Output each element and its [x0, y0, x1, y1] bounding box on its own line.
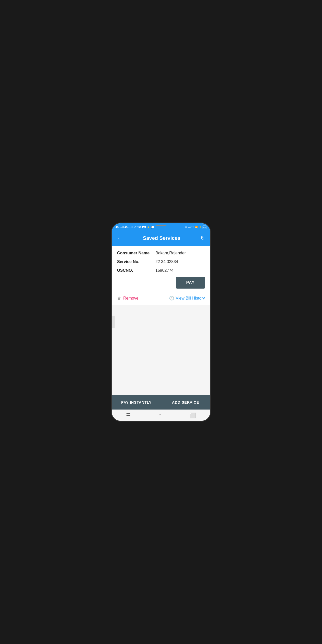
wifi-icon: 📶 [195, 226, 198, 228]
bar2 [121, 227, 121, 228]
bar3 [122, 226, 122, 228]
history-icon: 🕐 [169, 296, 174, 301]
view-history-label: View Bill History [176, 296, 205, 301]
bluetooth-icon: ✱ [185, 226, 187, 228]
bar1 [120, 227, 120, 228]
network-4g-2: 4G [125, 226, 128, 228]
whatsapp-icon: 💬 [151, 226, 154, 229]
refresh-button[interactable]: ↻ [200, 234, 206, 242]
menu-icon[interactable]: ☰ [126, 412, 131, 418]
home-icon[interactable]: ⌂ [158, 412, 162, 418]
bottom-buttons: PAY INSTANTLY ADD SERVICE [112, 395, 210, 410]
signal-bars-2 [129, 226, 132, 228]
usc-no-value: 15902774 [155, 268, 174, 273]
volte-icon: VoLTE [188, 226, 194, 228]
nav-bar: ☰ ⌂ ⬜ [112, 410, 210, 421]
main-content: Consumer Name Bakam,Rajender Service No.… [112, 246, 210, 410]
bar3b [131, 226, 131, 228]
status-left: 4G 4G 6:56 Vo ⚡ 💬 ··· [116, 225, 157, 229]
service-card: Consumer Name Bakam,Rajender Service No.… [112, 246, 210, 305]
network-4g-1: 4G [116, 226, 119, 228]
bar4b [132, 226, 132, 228]
consumer-name-value: Bakam,Rajender [155, 251, 186, 255]
pill-handle [156, 225, 166, 226]
service-no-value: 22 34 02834 [155, 259, 178, 264]
time-display: 6:56 [134, 225, 141, 229]
status-right: ✱ VoLTE 📶 ⚡ 84 [185, 226, 206, 229]
consumer-name-label: Consumer Name [117, 251, 155, 255]
battery-level: 84 [203, 226, 206, 228]
view-bill-history-button[interactable]: 🕐 View Bill History [169, 296, 205, 301]
bar1b [129, 227, 129, 228]
lightning-icon: ⚡ [199, 226, 202, 228]
usb-icon: ⚡ [147, 226, 150, 229]
pay-instantly-button[interactable]: PAY INSTANTLY [112, 395, 161, 410]
pay-row: PAY [117, 277, 205, 289]
service-no-row: Service No. 22 34 02834 [117, 259, 205, 264]
back-nav-icon[interactable]: ⬜ [190, 412, 196, 418]
dots-icon: ··· [155, 226, 157, 229]
add-service-button[interactable]: ADD SERVICE [161, 395, 210, 410]
signal-bars-1 [120, 226, 123, 228]
phone-frame: 4G 4G 6:56 Vo ⚡ 💬 ··· ✱ VoLTE 📶 [111, 222, 211, 422]
vo-icon: Vo [142, 226, 146, 228]
remove-label: Remove [123, 296, 139, 301]
service-no-label: Service No. [117, 259, 155, 264]
bar4 [123, 226, 123, 228]
app-header: ← Saved Services ↻ [112, 230, 210, 246]
bar2b [130, 227, 130, 228]
actions-row: 🗑 Remove 🕐 View Bill History [117, 293, 205, 305]
page-title: Saved Services [124, 235, 200, 241]
battery-indicator: 84 [203, 226, 206, 229]
side-bubble [112, 316, 115, 328]
status-bar: 4G 4G 6:56 Vo ⚡ 💬 ··· ✱ VoLTE 📶 [112, 223, 210, 230]
back-button[interactable]: ← [116, 234, 124, 242]
consumer-name-row: Consumer Name Bakam,Rajender [117, 251, 205, 255]
usc-no-label: USCNO. [117, 268, 155, 273]
empty-content-area [112, 305, 210, 395]
remove-button[interactable]: 🗑 Remove [117, 296, 139, 301]
usc-no-row: USCNO. 15902774 [117, 268, 205, 273]
trash-icon: 🗑 [117, 296, 121, 301]
pay-button[interactable]: PAY [176, 277, 205, 289]
